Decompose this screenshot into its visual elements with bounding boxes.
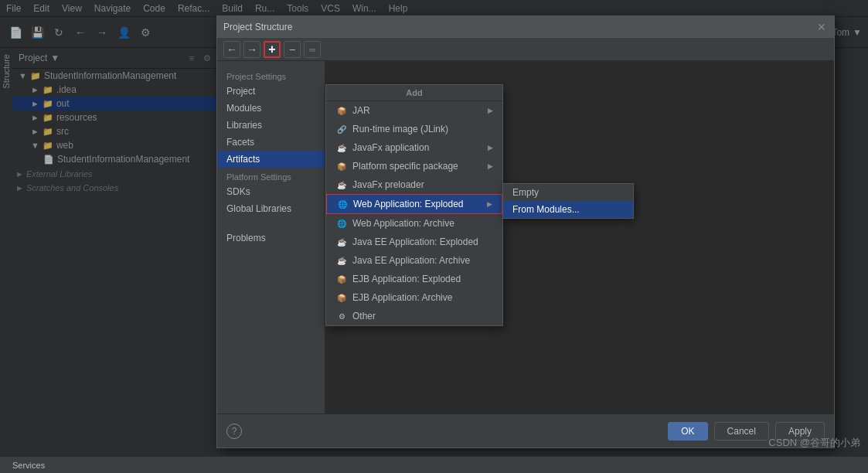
dialog-footer: ? OK Cancel Apply [217, 413, 834, 447]
jar-label: JAR [352, 105, 370, 116]
menu-item-platform[interactable]: 📦 Platform specific package [326, 157, 502, 175]
add-button-container: + [264, 41, 281, 58]
ejb-exploded-label: EJB Application: Exploded [352, 274, 461, 284]
nav-modules[interactable]: Modules [217, 100, 325, 117]
empty-label: Empty [512, 187, 539, 198]
add-dropdown-menu: Add 📦 JAR 🔗 Run-time image (JLink) ☕ Jav… [325, 84, 503, 326]
javafx-icon: ☕ [335, 141, 348, 154]
ejb-archive-label: EJB Application: Archive [352, 292, 452, 303]
services-tab[interactable]: Services [12, 461, 45, 470]
dialog-forward-btn[interactable]: → [243, 41, 260, 58]
dialog-body: Project Settings Project Modules Librari… [217, 61, 834, 413]
dialog-title: Project Structure [223, 22, 815, 32]
menu-item-javafx[interactable]: ☕ JavaFx application [326, 138, 502, 157]
preloader-label: JavaFx preloader [352, 179, 424, 190]
nav-sdks[interactable]: SDKs [217, 183, 325, 200]
menu-item-web-archive[interactable]: 🌐 Web Application: Archive [326, 214, 502, 233]
other-label: Other [352, 311, 376, 322]
jar-icon: 📦 [335, 104, 348, 117]
project-structure-dialog: Project Structure ✕ ← → + − ⎓ Project Se… [216, 15, 835, 448]
ok-button[interactable]: OK [668, 422, 707, 441]
nav-problems[interactable]: Problems [217, 230, 325, 247]
ejb-archive-icon: 📦 [335, 291, 348, 304]
menu-item-jar[interactable]: 📦 JAR [326, 101, 502, 120]
dialog-content-area: Add 📦 JAR 🔗 Run-time image (JLink) ☕ Jav… [325, 61, 834, 413]
menu-item-ejb-archive[interactable]: 📦 EJB Application: Archive [326, 288, 502, 307]
menu-item-other[interactable]: ⚙ Other [326, 307, 502, 325]
menu-item-javafx-preloader[interactable]: ☕ JavaFx preloader [326, 175, 502, 194]
other-icon: ⚙ [335, 310, 348, 322]
javaee-exploded-icon: ☕ [335, 236, 348, 248]
submenu-from-modules[interactable]: From Modules... [503, 201, 633, 218]
submenu-empty[interactable]: Empty [503, 184, 633, 201]
runtime-label: Run-time image (JLink) [352, 124, 448, 134]
add-menu-header: Add [326, 85, 502, 101]
ejb-exploded-icon: 📦 [335, 273, 348, 285]
preloader-icon: ☕ [335, 179, 348, 191]
status-bar: Services [0, 456, 868, 473]
nav-libraries[interactable]: Libraries [217, 117, 325, 134]
nav-artifacts[interactable]: Artifacts [217, 151, 325, 168]
project-settings-label: Project Settings [217, 67, 325, 83]
help-button[interactable]: ? [226, 424, 242, 439]
javaee-exploded-label: Java EE Application: Exploded [352, 236, 478, 247]
web-archive-icon: 🌐 [335, 217, 348, 230]
web-exploded-submenu: Empty From Modules... [502, 183, 634, 219]
dialog-nav: Project Settings Project Modules Librari… [217, 61, 325, 413]
platform-settings-label: Platform Settings [217, 168, 325, 183]
dialog-title-bar: Project Structure ✕ [217, 16, 834, 38]
nav-facets[interactable]: Facets [217, 134, 325, 151]
javaee-archive-label: Java EE Application: Archive [352, 255, 470, 266]
javafx-label: JavaFx application [352, 142, 429, 153]
platform-label: Platform specific package [352, 161, 458, 172]
menu-item-javaee-exploded[interactable]: ☕ Java EE Application: Exploded [326, 233, 502, 251]
menu-item-runtime[interactable]: 🔗 Run-time image (JLink) [326, 120, 502, 138]
dialog-back-btn[interactable]: ← [223, 41, 240, 58]
platform-icon: 📦 [335, 160, 348, 172]
remove-artifact-button[interactable]: − [284, 41, 301, 58]
nav-global-libraries[interactable]: Global Libraries [217, 200, 325, 217]
dialog-close-button[interactable]: ✕ [815, 21, 828, 33]
cancel-button[interactable]: Cancel [714, 422, 769, 441]
web-exploded-icon: 🌐 [336, 198, 349, 210]
web-archive-label: Web Application: Archive [352, 218, 454, 229]
dialog-toolbar: ← → + − ⎓ [217, 38, 834, 61]
menu-item-javaee-archive[interactable]: ☕ Java EE Application: Archive [326, 251, 502, 270]
menu-item-ejb-exploded[interactable]: 📦 EJB Application: Exploded [326, 270, 502, 288]
javaee-archive-icon: ☕ [335, 254, 348, 267]
web-exploded-label: Web Application: Exploded [353, 199, 464, 209]
nav-project[interactable]: Project [217, 83, 325, 100]
from-modules-label: From Modules... [512, 204, 580, 215]
copy-artifact-button[interactable]: ⎓ [304, 41, 321, 58]
watermark: CSDN @谷哥的小弟 [768, 436, 860, 450]
add-artifact-button[interactable]: + [264, 41, 281, 58]
menu-item-web-exploded[interactable]: 🌐 Web Application: Exploded [326, 194, 502, 214]
runtime-icon: 🔗 [335, 123, 348, 135]
